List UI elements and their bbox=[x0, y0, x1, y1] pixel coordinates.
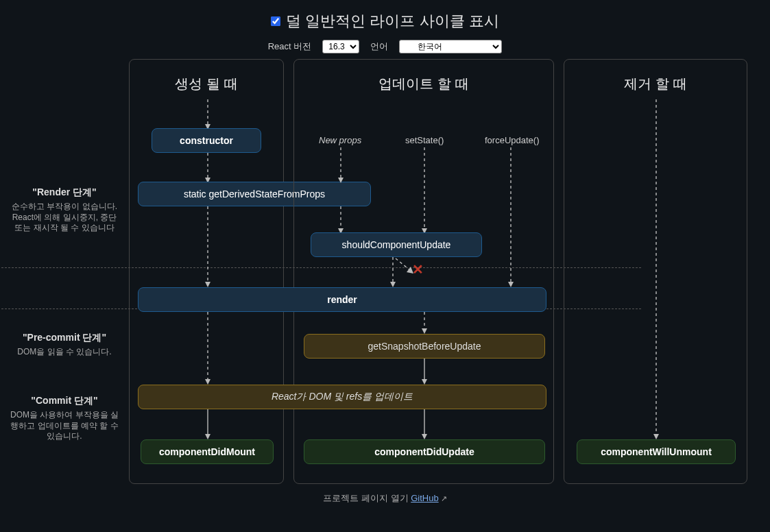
precommit-phase-desc: DOM을 읽을 수 있습니다. bbox=[8, 347, 121, 358]
scu-node[interactable]: shouldComponentUpdate bbox=[311, 232, 482, 257]
cdu-node[interactable]: componentDidUpdate bbox=[304, 439, 545, 464]
svg-marker-11 bbox=[338, 178, 344, 183]
mounting-title: 생성 될 때 bbox=[130, 60, 283, 100]
external-link-icon: ↗ bbox=[441, 494, 447, 503]
phase-labels: "Render 단계" 순수하고 부작용이 없습니다. React에 의해 일시… bbox=[8, 59, 129, 484]
updating-column: 업데이트 할 때 New props setState() forceUpdat… bbox=[293, 59, 554, 484]
svg-marker-19 bbox=[390, 282, 396, 287]
unmounting-column: 제거 할 때 componentWillUnmount bbox=[564, 59, 747, 484]
toggle-label: 덜 일반적인 라이프 사이클 표시 bbox=[286, 11, 498, 32]
footer-text: 프로젝트 페이지 열기 bbox=[323, 493, 411, 503]
svg-marker-15 bbox=[508, 282, 514, 287]
commit-phase-title: "Commit 단계" bbox=[8, 395, 121, 407]
svg-marker-29 bbox=[653, 434, 659, 439]
svg-marker-9 bbox=[205, 434, 210, 439]
version-label: React 버전 bbox=[268, 40, 312, 53]
svg-marker-7 bbox=[205, 379, 210, 385]
precommit-phase-title: "Pre-commit 단계" bbox=[8, 332, 121, 344]
footer: 프로젝트 페이지 열기 GitHub↗ bbox=[0, 484, 770, 505]
mounting-column: 생성 될 때 constructor static getDerivedStat… bbox=[129, 59, 284, 484]
unmounting-title: 제거 할 때 bbox=[564, 60, 747, 100]
language-select[interactable]: 한국어 bbox=[399, 40, 502, 53]
commit-phase-desc: DOM을 사용하여 부작용을 실행하고 업데이트를 예약 할 수 있습니다. bbox=[8, 410, 121, 442]
set-state-label: setState() bbox=[405, 135, 444, 145]
svg-marker-5 bbox=[205, 282, 210, 287]
cwu-node[interactable]: componentWillUnmount bbox=[577, 439, 736, 464]
force-update-label: forceUpdate() bbox=[485, 135, 539, 145]
updating-title: 업데이트 할 때 bbox=[294, 60, 553, 100]
x-mark-icon: ✕ bbox=[412, 261, 424, 278]
lang-label: 언어 bbox=[370, 40, 388, 53]
render-phase-desc: 순수하고 부작용이 없습니다. React에 의해 일시중지, 중단 또는 재시… bbox=[8, 202, 121, 234]
cdm-node[interactable]: componentDidMount bbox=[141, 439, 274, 464]
dom-update-node: React가 DOM 및 refs를 업데이트 bbox=[138, 385, 546, 409]
svg-marker-23 bbox=[422, 328, 427, 334]
render-node[interactable]: render bbox=[138, 287, 546, 312]
toggle-less-common-checkbox[interactable] bbox=[271, 16, 280, 26]
svg-marker-27 bbox=[422, 434, 427, 439]
version-select[interactable]: 16.3 bbox=[322, 40, 359, 53]
github-link[interactable]: GitHub bbox=[411, 493, 438, 503]
svg-marker-25 bbox=[422, 379, 427, 385]
header: 덜 일반적인 라이프 사이클 표시 React 버전 16.3 언어 한국어 bbox=[0, 0, 770, 59]
render-phase-title: "Render 단계" bbox=[8, 186, 121, 199]
gsbu-node[interactable]: getSnapshotBeforeUpdate bbox=[304, 334, 545, 359]
constructor-node[interactable]: constructor bbox=[152, 128, 261, 153]
new-props-label: New props bbox=[319, 135, 361, 145]
svg-line-20 bbox=[396, 258, 411, 271]
